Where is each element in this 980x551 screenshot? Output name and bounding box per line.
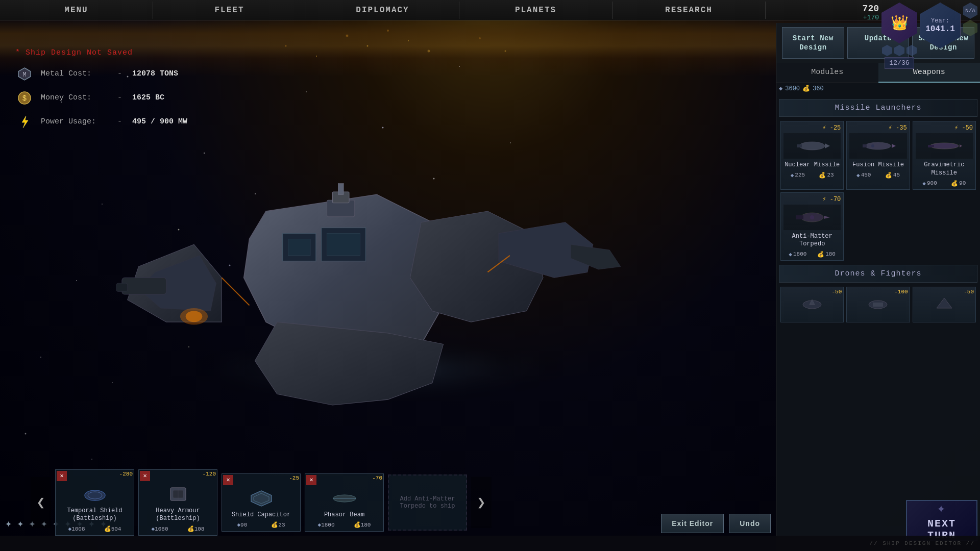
undo-button[interactable]: Undo bbox=[729, 514, 771, 533]
nav-planets[interactable]: PLANETS bbox=[459, 2, 612, 19]
drone-1-icon bbox=[799, 295, 825, 313]
svg-marker-79 bbox=[251, 491, 272, 506]
svg-point-61 bbox=[871, 144, 874, 147]
remove-phasor-beam-button[interactable]: ✕ bbox=[306, 475, 316, 485]
svg-point-68 bbox=[810, 215, 814, 219]
metal-label: Metal Cost: bbox=[41, 69, 107, 78]
money-value: 1625 BC bbox=[132, 93, 164, 102]
svg-rect-72 bbox=[873, 303, 883, 307]
antimatter-torpedo-icon bbox=[783, 205, 841, 230]
bottom-equipment-bar: ❮ ✕ -280 Temporal Shield(Battleship) ◆10… bbox=[31, 469, 766, 536]
fusion-missile-name: Fusion Missile bbox=[849, 161, 906, 169]
resource-delta: +170 bbox=[863, 14, 879, 21]
remove-heavy-armour-button[interactable]: ✕ bbox=[140, 471, 150, 481]
drone-card-1[interactable]: -50 bbox=[780, 287, 844, 322]
svg-marker-63 bbox=[960, 144, 962, 147]
svg-marker-73 bbox=[937, 298, 952, 308]
svg-marker-66 bbox=[824, 216, 830, 219]
antimatter-torpedo-name: Anti-Matter Torpedo bbox=[783, 233, 841, 248]
power-label: Power Usage: bbox=[41, 117, 107, 126]
equipped-shield-capacitor[interactable]: ✕ -25 Shield Capacitor ◆90 💰23 bbox=[222, 473, 301, 532]
add-antimatter-label: Add Anti-Matter Torpedo to ship bbox=[392, 493, 463, 512]
start-new-design-button[interactable]: Start NewDesign bbox=[782, 27, 844, 59]
gravimetric-missile-name: Gravimetric Missile bbox=[916, 161, 973, 177]
drone-card-3[interactable]: -50 bbox=[913, 287, 976, 322]
remove-shield-capacitor-button[interactable]: ✕ bbox=[223, 475, 233, 485]
phasor-beam-power: -70 bbox=[372, 475, 382, 481]
missile-launcher-grid: -25 Nuclear Missile ◆225 💰23 -35 bbox=[779, 119, 977, 262]
phasor-beam-icon bbox=[308, 488, 380, 509]
svg-rect-64 bbox=[928, 145, 934, 147]
scroll-gold: 360 bbox=[813, 85, 824, 92]
scroll-left-arrow[interactable]: ❮ bbox=[31, 477, 51, 528]
svg-rect-37 bbox=[122, 278, 166, 294]
money-label: Money Cost: bbox=[41, 93, 107, 102]
exit-editor-button[interactable]: Exit Editor bbox=[661, 514, 724, 533]
money-cost-row: $ Money Cost: - 1625 BC bbox=[15, 89, 187, 107]
resource-value: 720 bbox=[863, 4, 879, 14]
nav-fleet[interactable]: FLEET bbox=[153, 2, 306, 19]
year-display: Year: 1041.1 bbox=[920, 3, 961, 48]
temporal-shield-icon bbox=[59, 484, 131, 505]
unit-icon-1: ✦ bbox=[5, 517, 12, 531]
svg-rect-43 bbox=[327, 233, 360, 255]
equipped-temporal-shield[interactable]: ✕ -280 Temporal Shield(Battleship) ◆1008… bbox=[55, 469, 134, 536]
gravimetric-missile-power: -50 bbox=[916, 124, 973, 132]
remove-temporal-shield-button[interactable]: ✕ bbox=[57, 471, 67, 481]
drones-grid: -50 -100 -50 bbox=[779, 285, 977, 324]
gravimetric-missile-cost: ◆900 💰90 bbox=[916, 180, 973, 187]
metal-icon: M bbox=[15, 65, 33, 83]
phasor-beam-costs: ◆1800 💰180 bbox=[308, 521, 380, 528]
swirl-icon: ✦ bbox=[937, 499, 947, 517]
nuclear-missile-power: -25 bbox=[783, 124, 841, 132]
power-icon bbox=[15, 113, 33, 131]
equipped-heavy-armour[interactable]: ✕ -120 Heavy Armour(Battleship) ◆1080 💰1… bbox=[138, 469, 217, 536]
shield-capacitor-name: Shield Capacitor bbox=[225, 511, 297, 519]
svg-text:$: $ bbox=[22, 94, 26, 103]
hex-top-right-2 bbox=[963, 20, 977, 36]
svg-rect-57 bbox=[797, 144, 802, 147]
nuclear-missile-icon bbox=[783, 133, 841, 159]
missile-launchers-header: Missile Launchers bbox=[779, 99, 977, 117]
metal-dash: - bbox=[117, 69, 122, 78]
power-value: 495 / 900 MW bbox=[132, 117, 187, 126]
footer-buttons-area: Exit Editor Undo bbox=[661, 514, 771, 533]
metal-value: 12078 TONS bbox=[132, 69, 178, 78]
drone-card-2[interactable]: -100 bbox=[846, 287, 910, 322]
nav-research[interactable]: RESEARCH bbox=[612, 2, 766, 19]
heavy-armour-icon bbox=[142, 484, 214, 505]
equipped-phasor-beam[interactable]: ✕ -70 Phasor Beam ◆1800 💰180 bbox=[305, 473, 384, 532]
nav-diplomacy[interactable]: DIPLOMACY bbox=[306, 2, 459, 19]
fusion-missile-card[interactable]: -35 Fusion Missile ◆450 💰45 bbox=[846, 121, 910, 189]
hex-slot-1 bbox=[882, 45, 892, 56]
temporal-shield-costs: ◆1008 💰504 bbox=[59, 525, 131, 532]
heavy-armour-costs: ◆1080 💰108 bbox=[142, 525, 214, 532]
weapons-scroll-area[interactable]: Missile Launchers -25 Nuclear Missile ◆2… bbox=[776, 94, 980, 551]
nav-menu[interactable]: MENU bbox=[0, 2, 153, 19]
info-row: ◆ 3600 💰 360 bbox=[776, 83, 980, 94]
empty-antimatter-slot[interactable]: Add Anti-Matter Torpedo to ship bbox=[388, 474, 467, 531]
antimatter-torpedo-card[interactable]: -70 Anti-Matter Torpedo ◆1800 💰180 bbox=[780, 192, 844, 261]
nuclear-missile-card[interactable]: -25 Nuclear Missile ◆225 💰23 bbox=[780, 121, 844, 189]
hex-slot-3 bbox=[906, 45, 917, 56]
shield-capacitor-power: -25 bbox=[289, 475, 299, 481]
svg-point-52 bbox=[186, 311, 203, 322]
gravimetric-missile-card[interactable]: -50 Gravimetric Missile ◆900 💰90 bbox=[913, 121, 976, 189]
svg-marker-56 bbox=[825, 143, 830, 148]
scroll-metal: 3600 bbox=[785, 85, 800, 92]
drone-3-icon bbox=[932, 295, 957, 313]
next-turn-line1: NEXT bbox=[927, 518, 956, 530]
temporal-shield-power: -280 bbox=[119, 471, 133, 477]
shield-capacitor-costs: ◆90 💰23 bbox=[225, 521, 297, 528]
svg-marker-33 bbox=[22, 116, 28, 128]
nuclear-missile-name: Nuclear Missile bbox=[783, 161, 841, 169]
svg-point-58 bbox=[865, 142, 891, 149]
svg-marker-59 bbox=[892, 144, 896, 148]
shield-capacitor-icon bbox=[225, 488, 297, 509]
scroll-right-arrow[interactable]: ❯ bbox=[471, 477, 492, 528]
money-icon: $ bbox=[15, 89, 33, 107]
next-turn-button[interactable]: ✦ NEXT TURN bbox=[906, 500, 977, 541]
fusion-missile-cost: ◆450 💰45 bbox=[849, 172, 906, 179]
svg-rect-60 bbox=[863, 144, 867, 147]
drone-2-icon bbox=[865, 295, 891, 313]
